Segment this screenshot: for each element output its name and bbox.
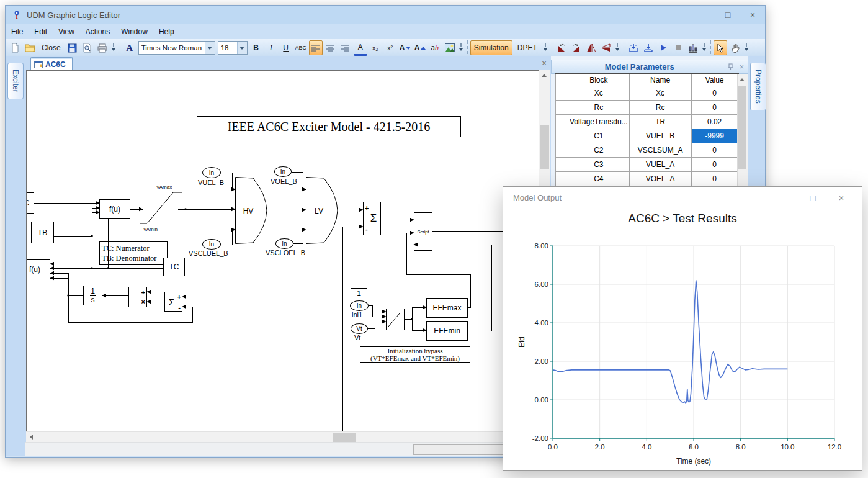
table-row[interactable]: C4VOEL_A0 bbox=[556, 172, 738, 186]
block-one[interactable]: 1 bbox=[351, 288, 367, 299]
block-sigma-feedback[interactable]: Σ + - bbox=[164, 292, 182, 312]
in-port-ini1[interactable]: In bbox=[350, 300, 369, 311]
init-note-box[interactable]: Initialization bypass (VT*EFEmax and VT*… bbox=[360, 346, 470, 363]
in-port-voel-b[interactable]: In bbox=[274, 166, 292, 177]
print-preview-button[interactable] bbox=[81, 40, 94, 55]
name-cell[interactable]: VUEL_B bbox=[629, 129, 691, 143]
value-cell[interactable]: -9999 bbox=[691, 129, 738, 143]
stop-button[interactable] bbox=[671, 40, 685, 55]
menu-item-actions[interactable]: Actions bbox=[80, 25, 115, 38]
import-button[interactable] bbox=[627, 40, 640, 55]
value-cell[interactable]: 0 bbox=[691, 172, 738, 186]
save-button[interactable] bbox=[66, 40, 79, 55]
diagram-canvas[interactable]: IEEE AC6C Exciter Model - 421.5-2016 C T… bbox=[26, 70, 539, 433]
dpet-button[interactable]: DPET bbox=[514, 40, 541, 55]
name-cell[interactable]: VUEL_A bbox=[629, 158, 691, 172]
value-cell[interactable]: 0.02 bbox=[691, 115, 738, 129]
grow-font-button[interactable]: A bbox=[413, 40, 427, 55]
column-header-block[interactable]: Block bbox=[568, 74, 630, 86]
vertical-scroll-thumb[interactable] bbox=[540, 125, 549, 169]
open-button[interactable] bbox=[23, 40, 37, 55]
block-cut[interactable]: C bbox=[26, 192, 34, 214]
font-name-select[interactable]: Times New Roman bbox=[138, 41, 215, 55]
italic-button[interactable]: I bbox=[264, 40, 278, 55]
menu-item-edit[interactable]: Edit bbox=[29, 25, 53, 38]
document-tab-ac6c[interactable]: AC6C bbox=[30, 57, 73, 71]
table-scroll-up-icon[interactable] bbox=[740, 78, 745, 81]
flip-vertical-button[interactable] bbox=[599, 40, 613, 55]
font-size-select[interactable]: 18 bbox=[218, 41, 248, 55]
menu-item-window[interactable]: Window bbox=[115, 25, 153, 38]
port-vt[interactable]: Vt bbox=[351, 323, 368, 334]
rotate-group-overflow-icon[interactable] bbox=[614, 41, 621, 55]
block-efemax[interactable]: EFEmax bbox=[426, 298, 468, 318]
block-integrator[interactable]: 1 s bbox=[83, 286, 102, 305]
plot-results-button[interactable] bbox=[686, 40, 700, 55]
underline-button[interactable]: U bbox=[279, 40, 293, 55]
close-button[interactable]: × bbox=[740, 6, 765, 24]
value-cell[interactable]: 0 bbox=[691, 158, 738, 172]
font-group-overflow-icon[interactable] bbox=[458, 41, 465, 55]
superscript-button[interactable]: x² bbox=[383, 40, 397, 55]
flip-horizontal-button[interactable] bbox=[584, 40, 598, 55]
in-port-vscluel-b[interactable]: In bbox=[202, 239, 221, 250]
font-color-button[interactable]: A bbox=[354, 40, 367, 56]
bold-button[interactable]: B bbox=[249, 40, 263, 55]
block-switch[interactable] bbox=[386, 309, 405, 330]
table-row[interactable]: C3VUEL_A0 bbox=[556, 158, 738, 172]
sidebar-tab-properties[interactable]: Properties bbox=[750, 63, 766, 110]
pointer-group-overflow-icon[interactable] bbox=[743, 41, 750, 55]
toolbar-overflow-icon[interactable] bbox=[110, 41, 117, 55]
column-header-value[interactable]: Value bbox=[691, 74, 738, 86]
align-right-button[interactable] bbox=[339, 40, 352, 55]
block-cell[interactable]: C1 bbox=[568, 129, 630, 143]
rotate-left-button[interactable] bbox=[555, 40, 568, 55]
name-cell[interactable]: Xc bbox=[629, 86, 691, 101]
table-vertical-scrollbar[interactable] bbox=[737, 74, 748, 202]
horizontal-scroll-thumb[interactable] bbox=[333, 433, 356, 442]
table-row[interactable]: XcXc0 bbox=[556, 86, 738, 101]
print-button[interactable] bbox=[96, 40, 109, 55]
column-header-name[interactable]: Name bbox=[629, 74, 691, 86]
table-scroll-thumb[interactable] bbox=[738, 86, 746, 169]
maximize-button[interactable]: □ bbox=[715, 6, 740, 24]
pin-icon[interactable] bbox=[727, 63, 734, 71]
shrink-font-button[interactable]: A bbox=[398, 40, 412, 55]
block-fu-top[interactable]: f(u) bbox=[99, 199, 130, 219]
scroll-up-icon[interactable] bbox=[542, 74, 547, 77]
block-efemin[interactable]: EFEmin bbox=[426, 321, 468, 341]
font-name-dropdown-icon[interactable] bbox=[205, 42, 215, 54]
mode-group-overflow-icon[interactable] bbox=[542, 41, 549, 55]
insert-text-button[interactable]: A bbox=[123, 40, 136, 55]
block-tc[interactable]: TC bbox=[163, 258, 185, 276]
note-box[interactable]: TC: Numerator TB: Denominator bbox=[99, 241, 168, 265]
name-cell[interactable]: VOEL_A bbox=[629, 172, 691, 186]
scroll-left-icon[interactable] bbox=[30, 435, 33, 440]
block-cell[interactable]: VoltageTransdu... bbox=[568, 115, 630, 129]
select-tool-button[interactable] bbox=[714, 40, 727, 55]
menu-item-view[interactable]: View bbox=[53, 25, 80, 38]
name-cell[interactable]: VSCLSUM_A bbox=[629, 143, 691, 158]
run-button[interactable] bbox=[656, 40, 670, 55]
menu-item-file[interactable]: File bbox=[6, 25, 29, 38]
parameters-panel-close-icon[interactable]: × bbox=[739, 62, 744, 71]
name-cell[interactable]: TR bbox=[629, 115, 691, 129]
strikethrough-button[interactable]: ABC bbox=[294, 40, 308, 55]
in-port-vuel-b[interactable]: In bbox=[202, 167, 221, 178]
rename-label-button[interactable]: ab bbox=[428, 40, 442, 55]
subscript-button[interactable]: x₂ bbox=[369, 40, 382, 55]
font-size-dropdown-icon[interactable] bbox=[237, 42, 247, 54]
pan-tool-button[interactable] bbox=[728, 40, 742, 55]
table-row[interactable]: C1VUEL_B-9999 bbox=[556, 129, 738, 143]
table-row[interactable]: C2VSCLSUM_A0 bbox=[556, 143, 738, 158]
table-row[interactable]: RcRc0 bbox=[556, 101, 738, 115]
canvas-horizontal-scrollbar[interactable] bbox=[26, 431, 549, 443]
block-cell[interactable]: C4 bbox=[568, 172, 630, 186]
value-cell[interactable]: 0 bbox=[691, 86, 738, 101]
block-cell[interactable]: Rc bbox=[568, 101, 630, 115]
simulation-toggle-button[interactable]: Simulation bbox=[470, 40, 512, 55]
block-cell[interactable]: C2 bbox=[568, 143, 630, 158]
new-document-button[interactable] bbox=[8, 40, 22, 55]
sidebar-tab-exciter[interactable]: Exciter bbox=[7, 63, 24, 99]
name-cell[interactable]: Rc bbox=[629, 101, 691, 115]
